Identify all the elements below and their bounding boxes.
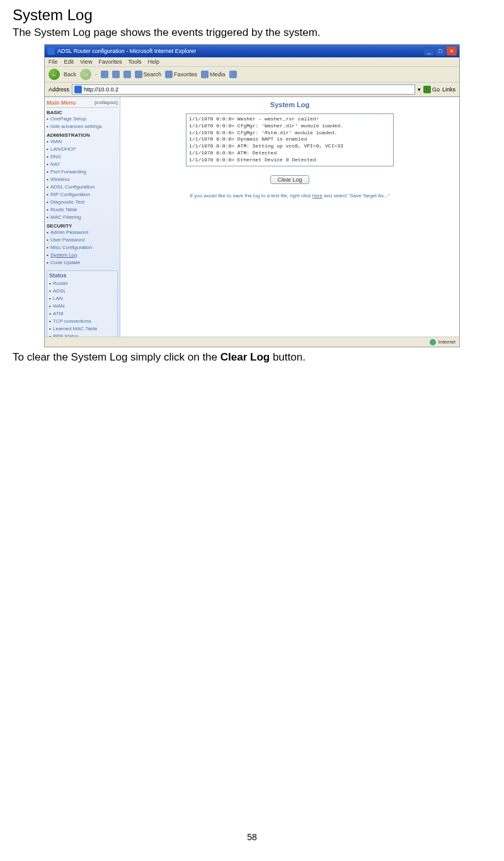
- sidebar-item-hide[interactable]: hide advanced settings: [47, 123, 118, 130]
- sidebar-item-route[interactable]: Route Table: [47, 206, 118, 214]
- menu-tools[interactable]: Tools: [128, 59, 141, 65]
- sidebar-item-nat[interactable]: NAT: [47, 161, 118, 168]
- status-item-lan[interactable]: LAN: [49, 295, 115, 303]
- menu-view[interactable]: View: [80, 59, 92, 65]
- toolbar: ← Back → · Search Favorites Media: [45, 67, 459, 83]
- history-icon[interactable]: [229, 71, 237, 78]
- menu-favorites[interactable]: Favorites: [98, 59, 122, 65]
- sidebar-item-onepage[interactable]: OnePage Setup: [47, 115, 118, 123]
- sidebar-item-landhcp[interactable]: LAN/DHCP: [47, 146, 118, 153]
- menubar: File Edit View Favorites Tools Help: [45, 57, 459, 67]
- go-button[interactable]: Go: [423, 86, 440, 93]
- go-icon: [423, 86, 431, 93]
- media-button[interactable]: Media: [201, 71, 226, 78]
- sidebar: Main Menu (collapse) BASIC OnePage Setup…: [45, 97, 120, 337]
- sidebar-header: Main Menu (collapse): [47, 100, 118, 108]
- search-icon: [135, 71, 142, 78]
- section-security: SECURITY: [47, 223, 118, 229]
- titlebar: ADSL Router configuration - Microsoft In…: [45, 45, 459, 57]
- menu-edit[interactable]: Edit: [64, 59, 74, 65]
- status-item-adsl[interactable]: ADSL: [49, 287, 115, 295]
- links-label[interactable]: Links: [442, 86, 455, 93]
- address-label: Address: [49, 86, 69, 93]
- back-button[interactable]: ←: [49, 69, 60, 80]
- sidebar-item-wan[interactable]: WAN: [47, 138, 118, 146]
- sidebar-item-misc[interactable]: Misc Configuration: [47, 244, 118, 251]
- status-block: Status Router ADSL LAN WAN ATM TCP conne…: [47, 270, 118, 337]
- separator: ·: [95, 71, 97, 78]
- status-item-wan[interactable]: WAN: [49, 303, 115, 310]
- sidebar-item-codeupdate[interactable]: Code Update: [47, 259, 118, 267]
- hint-post: and select "Save Target As...": [323, 193, 390, 199]
- status-item-router[interactable]: Router: [49, 280, 115, 287]
- address-dropdown[interactable]: ▾: [418, 86, 421, 93]
- sidebar-item-wireless[interactable]: Wireless: [47, 176, 118, 183]
- sidebar-item-diag[interactable]: Diagnostic Test: [47, 199, 118, 206]
- page-title: System Log: [13, 6, 491, 24]
- window-title: ADSL Router configuration - Microsoft In…: [57, 48, 196, 54]
- star-icon: [165, 71, 173, 78]
- stop-icon[interactable]: [101, 71, 108, 78]
- sidebar-item-portfwd[interactable]: Port Forwarding: [47, 168, 118, 176]
- forward-button[interactable]: →: [80, 69, 91, 80]
- log-box: 1/1/1970 0:0:0> Washer - washer_rsr call…: [186, 113, 394, 166]
- ie-icon: [47, 47, 55, 55]
- here-link[interactable]: here: [312, 193, 323, 199]
- home-icon[interactable]: [123, 71, 131, 78]
- favorites-button[interactable]: Favorites: [165, 71, 197, 78]
- status-item-atm[interactable]: ATM: [49, 310, 115, 318]
- outro-post: button.: [270, 351, 306, 363]
- address-url: http://10.0.0.2: [84, 86, 118, 93]
- address-input[interactable]: http://10.0.0.2: [72, 84, 415, 95]
- status-item-mac[interactable]: Learned MAC Table: [49, 325, 115, 333]
- clear-log-button[interactable]: Clear Log: [270, 175, 309, 184]
- statusbar: Internet: [45, 337, 459, 347]
- addressbar: Address http://10.0.0.2 ▾ Go Links: [45, 83, 459, 97]
- sidebar-item-dns[interactable]: DNS: [47, 153, 118, 161]
- sidebar-item-syslog[interactable]: System Log: [47, 251, 118, 259]
- status-item-tcp[interactable]: TCP connections: [49, 318, 115, 325]
- sidebar-item-userpw[interactable]: User Password: [47, 236, 118, 244]
- back-label: Back: [64, 71, 76, 78]
- status-title: Status: [49, 272, 115, 279]
- sidebar-item-macfilter[interactable]: MAC Filtering: [47, 214, 118, 221]
- outro-bold: Clear Log: [220, 351, 270, 363]
- outro-text: To clear the System Log simply click on …: [13, 351, 491, 364]
- save-hint: If you would like to save the log to a t…: [146, 193, 434, 199]
- status-text: Internet: [438, 339, 455, 345]
- sidebar-title: Main Menu: [47, 100, 76, 106]
- menu-help[interactable]: Help: [147, 59, 159, 65]
- status-item-ppp[interactable]: PPP Status: [49, 333, 115, 337]
- internet-icon: [430, 339, 436, 345]
- minimize-button[interactable]: _: [424, 47, 434, 55]
- page-icon: [74, 86, 82, 93]
- menu-file[interactable]: File: [49, 59, 58, 65]
- collapse-link[interactable]: (collapse): [94, 100, 118, 106]
- intro-text: The System Log page shows the events tri…: [13, 26, 491, 39]
- section-basic: BASIC: [47, 110, 118, 115]
- media-icon: [201, 71, 209, 78]
- sidebar-item-rip[interactable]: RIP Configuration: [47, 191, 118, 199]
- sidebar-item-adsl[interactable]: ADSL Configuration: [47, 183, 118, 191]
- screenshot-window: ADSL Router configuration - Microsoft In…: [44, 44, 460, 347]
- section-admin: ADMINISTRATION: [47, 132, 118, 138]
- panel-title: System Log: [146, 101, 434, 108]
- maximize-button[interactable]: □: [435, 47, 445, 55]
- search-button[interactable]: Search: [135, 71, 162, 78]
- refresh-icon[interactable]: [112, 71, 120, 78]
- close-button[interactable]: ×: [447, 47, 457, 55]
- sidebar-item-adminpw[interactable]: Admin Password: [47, 229, 118, 236]
- outro-pre: To clear the System Log simply click on …: [13, 351, 220, 363]
- hint-pre: If you would like to save the log to a t…: [190, 193, 312, 199]
- page-number: 58: [0, 832, 504, 842]
- main-panel: System Log 1/1/1970 0:0:0> Washer - wash…: [120, 97, 459, 337]
- content-area: Main Menu (collapse) BASIC OnePage Setup…: [45, 97, 459, 337]
